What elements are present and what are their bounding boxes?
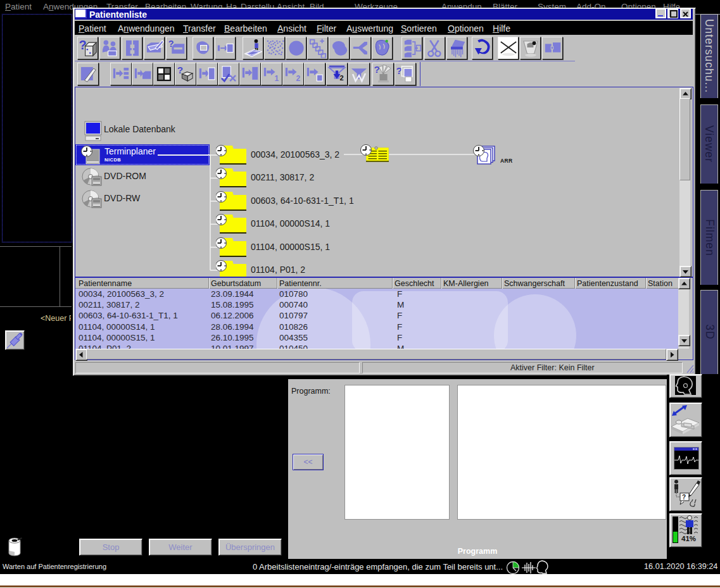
svg-text:2: 2 (296, 74, 300, 83)
svg-text:2: 2 (339, 74, 343, 82)
svg-text:?: ? (374, 65, 380, 75)
svg-text:?: ? (682, 494, 686, 501)
svg-text:1: 1 (274, 74, 279, 83)
